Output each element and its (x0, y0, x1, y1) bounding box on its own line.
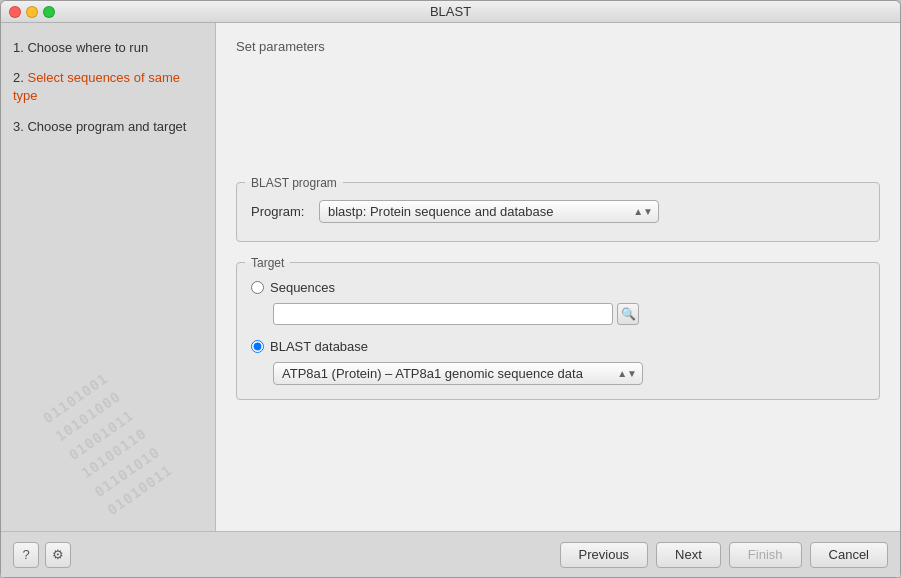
blast-database-radio-label[interactable]: BLAST database (270, 339, 368, 354)
step-3: 3. Choose program and target (13, 118, 203, 136)
help-button[interactable]: ? (13, 542, 39, 568)
finish-label: Finish (748, 547, 783, 562)
step-2-number: 2. (13, 70, 24, 85)
target-content: Sequences 🔍 BLAST database (237, 270, 879, 399)
step-1: 1. Choose where to run (13, 39, 203, 57)
cancel-label: Cancel (829, 547, 869, 562)
program-select[interactable]: blastp: Protein sequence and database (319, 200, 659, 223)
blast-program-legend: BLAST program (245, 176, 343, 190)
bottom-left-buttons: ? ⚙ (13, 542, 71, 568)
sequences-search-row: 🔍 (273, 303, 865, 325)
titlebar: BLAST (1, 1, 900, 23)
program-label: Program: (251, 204, 311, 219)
bottom-bar: ? ⚙ Previous Next Finish Cancel (1, 531, 900, 577)
target-legend: Target (245, 256, 290, 270)
bottom-right-buttons: Previous Next Finish Cancel (560, 542, 888, 568)
search-icon: 🔍 (621, 307, 636, 321)
previous-button[interactable]: Previous (560, 542, 649, 568)
window-title: BLAST (430, 4, 471, 19)
settings-icon: ⚙ (52, 547, 64, 562)
settings-button[interactable]: ⚙ (45, 542, 71, 568)
search-icon-button[interactable]: 🔍 (617, 303, 639, 325)
program-row: Program: blastp: Protein sequence and da… (251, 200, 865, 223)
steps-list: 1. Choose where to run 2. Select sequenc… (13, 39, 203, 136)
target-group: Target Sequences 🔍 (236, 256, 880, 400)
previous-label: Previous (579, 547, 630, 562)
sequences-radio-label[interactable]: Sequences (270, 280, 335, 295)
blast-program-content: Program: blastp: Protein sequence and da… (237, 190, 879, 241)
step-1-label: Choose where to run (27, 40, 148, 55)
finish-button[interactable]: Finish (729, 542, 802, 568)
main-panel: Set parameters BLAST program Program: bl… (216, 23, 900, 531)
database-select[interactable]: ATP8a1 (Protein) – ATP8a1 genomic sequen… (273, 362, 643, 385)
section-title: Set parameters (236, 39, 880, 54)
blast-database-radio[interactable] (251, 340, 264, 353)
blast-program-group: BLAST program Program: blastp: Protein s… (236, 176, 880, 242)
help-icon: ? (22, 547, 29, 562)
minimize-button[interactable] (26, 6, 38, 18)
blast-database-radio-row: BLAST database (251, 339, 865, 354)
step-3-label: Choose program and target (27, 119, 186, 134)
sidebar: 1. Choose where to run 2. Select sequenc… (1, 23, 216, 531)
cancel-button[interactable]: Cancel (810, 542, 888, 568)
next-button[interactable]: Next (656, 542, 721, 568)
watermark: 0110100110101000010010111010011001101010… (1, 351, 216, 531)
database-select-container: ATP8a1 (Protein) – ATP8a1 genomic sequen… (273, 362, 643, 385)
program-select-wrapper: blastp: Protein sequence and database ▲▼ (319, 200, 659, 223)
close-button[interactable] (9, 6, 21, 18)
step-3-number: 3. (13, 119, 24, 134)
step-2-label: Select sequences of same type (13, 70, 180, 103)
step-1-number: 1. (13, 40, 24, 55)
step-2: 2. Select sequences of same type (13, 69, 203, 105)
content-area: 1. Choose where to run 2. Select sequenc… (1, 23, 900, 531)
blast-window: BLAST 1. Choose where to run 2. Select s… (0, 0, 901, 578)
sequences-radio[interactable] (251, 281, 264, 294)
maximize-button[interactable] (43, 6, 55, 18)
sequences-search-input[interactable] (273, 303, 613, 325)
window-controls (9, 6, 55, 18)
next-label: Next (675, 547, 702, 562)
sequences-radio-row: Sequences (251, 280, 865, 295)
